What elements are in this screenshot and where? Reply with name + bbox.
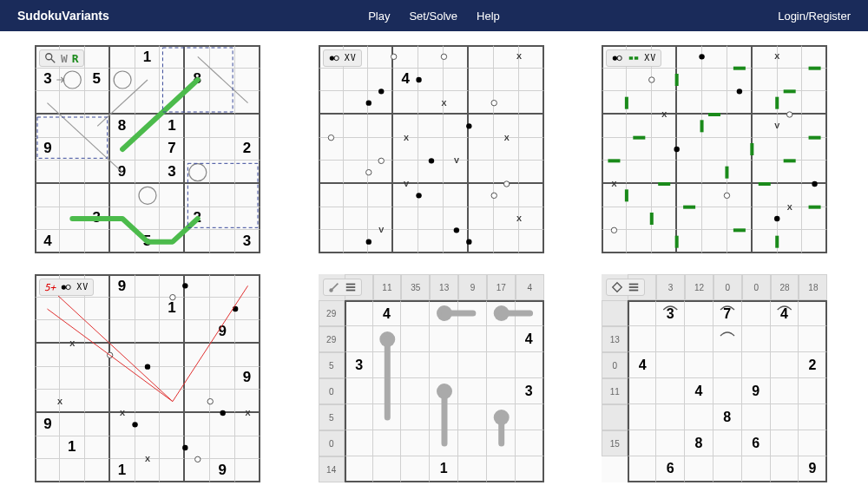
cell — [602, 230, 627, 253]
cell: 9 — [799, 456, 827, 482]
nav-play[interactable]: Play — [368, 10, 390, 23]
cell — [373, 404, 402, 430]
XV-icon[interactable]: XV — [644, 54, 656, 62]
svg-point-73 — [613, 56, 617, 60]
puzzle-card[interactable]: XXVXXXV — [602, 45, 827, 253]
cell — [344, 184, 369, 207]
cell — [656, 404, 685, 430]
cell — [185, 390, 210, 413]
cell — [799, 378, 827, 404]
navbar: SudokuVariants Play Set/Solve Help Login… — [0, 0, 868, 31]
cell: 3 — [235, 230, 260, 253]
cell: 8 — [685, 430, 713, 456]
kropki-icon[interactable] — [611, 52, 623, 64]
cell — [656, 430, 685, 456]
puzzle-card[interactable]: 01135139174292950501441431311 — [319, 274, 544, 482]
clue: 4 — [516, 274, 544, 300]
top-clues: 01135139174 — [345, 274, 544, 300]
cell — [702, 207, 727, 231]
cell — [469, 161, 494, 184]
cell — [344, 138, 369, 161]
diamond-icon[interactable] — [611, 281, 623, 293]
nav-login[interactable]: Login/Register — [778, 10, 851, 23]
cell — [135, 207, 161, 231]
brand[interactable]: SudokuVariants — [17, 9, 109, 23]
cell — [210, 390, 235, 413]
cell — [519, 161, 544, 184]
cell — [60, 344, 85, 367]
cell — [401, 378, 430, 404]
clue: 13 — [602, 326, 628, 352]
clue: 15 — [602, 430, 628, 456]
cell — [444, 184, 469, 207]
puzzle-toolbox[interactable] — [323, 279, 362, 296]
menu-icon[interactable] — [628, 281, 640, 293]
cell — [628, 456, 656, 482]
pen-icon[interactable] — [328, 281, 340, 293]
menu-icon[interactable] — [345, 281, 357, 293]
cell — [602, 138, 627, 161]
cell — [135, 413, 161, 436]
cell — [185, 115, 210, 138]
svg-line-100 — [331, 284, 338, 291]
5+-icon[interactable]: 5+ — [44, 283, 56, 292]
cell — [35, 115, 60, 138]
cell — [135, 367, 161, 390]
nav-setsolve[interactable]: Set/Solve — [409, 10, 457, 23]
cell — [677, 184, 702, 207]
cell — [368, 138, 393, 161]
kropki-icon[interactable] — [60, 281, 72, 293]
cell — [235, 436, 260, 460]
puzzle-toolbox[interactable]: 5+XV — [39, 279, 94, 296]
cell — [727, 207, 753, 231]
cell — [210, 344, 235, 367]
cell — [393, 138, 418, 161]
puzzle-card[interactable]: 91999119XXXXX5+XV — [35, 274, 260, 482]
cell — [802, 230, 827, 253]
puzzle-toolbox[interactable]: XV — [606, 49, 661, 67]
cell — [685, 404, 713, 430]
svg-rect-75 — [629, 56, 633, 60]
cell — [85, 230, 110, 253]
cell — [235, 91, 260, 115]
puzzle-toolbox[interactable]: WR — [39, 49, 84, 67]
clue: 5 — [319, 352, 345, 378]
W-icon[interactable]: W — [61, 53, 68, 64]
cell — [160, 69, 185, 92]
cell — [393, 161, 418, 184]
kropki-icon[interactable] — [328, 52, 340, 64]
cell — [652, 207, 677, 231]
cell — [210, 184, 235, 207]
cell: 4 — [516, 326, 544, 352]
puzzle-card[interactable]: 1358819729332453WR — [35, 45, 260, 253]
clue: 35 — [401, 274, 430, 300]
puzzle-toolbox[interactable] — [606, 279, 645, 296]
cell — [135, 459, 161, 482]
XV-icon[interactable]: XV — [76, 283, 89, 292]
cell — [444, 69, 469, 92]
cell — [627, 138, 652, 161]
magnifier-icon[interactable] — [44, 52, 56, 64]
cell — [602, 115, 627, 138]
puzzle-card[interactable]: 4XXXXVVVXXV — [319, 45, 544, 253]
cell — [519, 184, 544, 207]
XV-icon[interactable]: XV — [345, 54, 357, 62]
cell — [368, 230, 393, 253]
cell — [35, 161, 60, 184]
cell — [401, 456, 430, 482]
cell — [727, 115, 753, 138]
cell — [210, 413, 235, 436]
cell — [210, 436, 235, 460]
nav-help[interactable]: Help — [477, 10, 500, 23]
cell — [628, 378, 656, 404]
cell — [319, 184, 344, 207]
R-icon[interactable]: R — [72, 53, 79, 64]
cell — [135, 298, 161, 321]
cell — [60, 184, 85, 207]
left-clues: 2929505014 — [319, 300, 345, 482]
cell — [85, 45, 110, 69]
seg-icon[interactable] — [628, 52, 640, 64]
puzzle-card[interactable]: 3120028181301115374424988669 — [602, 274, 827, 482]
puzzle-toolbox[interactable]: XV — [323, 49, 362, 67]
cell — [444, 138, 469, 161]
